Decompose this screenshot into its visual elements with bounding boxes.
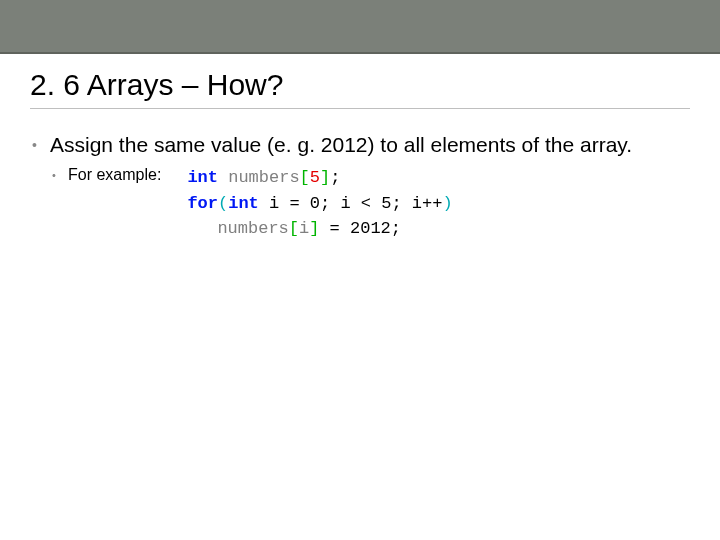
example-row: For example: int numbers[5]; for(int i =…	[30, 165, 690, 242]
keyword-int: int	[187, 168, 218, 187]
code-line-4: numbers[i] = 2012;	[187, 216, 452, 242]
keyword-int2: int	[228, 194, 259, 213]
semicolon: ;	[330, 168, 340, 187]
header-bar	[0, 0, 720, 54]
code-line-3: for(int i = 0; i < 5; i++)	[187, 191, 452, 217]
bullet-main: Assign the same value (e. g. 2012) to al…	[30, 131, 690, 159]
bullet-sub: For example:	[50, 165, 161, 186]
paren-close: )	[442, 194, 452, 213]
for-body: i = 0; i < 5; i++	[259, 194, 443, 213]
paren-open: (	[218, 194, 228, 213]
bracket-close2: ]	[309, 219, 319, 238]
space	[218, 168, 228, 187]
bracket-close: ]	[320, 168, 330, 187]
code-block: int numbers[5]; for(int i = 0; i < 5; i+…	[187, 165, 452, 242]
slide-title: 2. 6 Arrays – How?	[30, 68, 690, 109]
ident-numbers2: numbers	[217, 219, 288, 238]
index-i: i	[299, 219, 309, 238]
slide-content: 2. 6 Arrays – How? Assign the same value…	[0, 54, 720, 242]
bracket-open: [	[300, 168, 310, 187]
ident-numbers: numbers	[228, 168, 299, 187]
keyword-for: for	[187, 194, 218, 213]
literal-5: 5	[310, 168, 320, 187]
bracket-open2: [	[289, 219, 299, 238]
code-line-1: int numbers[5];	[187, 165, 452, 191]
assign-2012: = 2012;	[319, 219, 401, 238]
